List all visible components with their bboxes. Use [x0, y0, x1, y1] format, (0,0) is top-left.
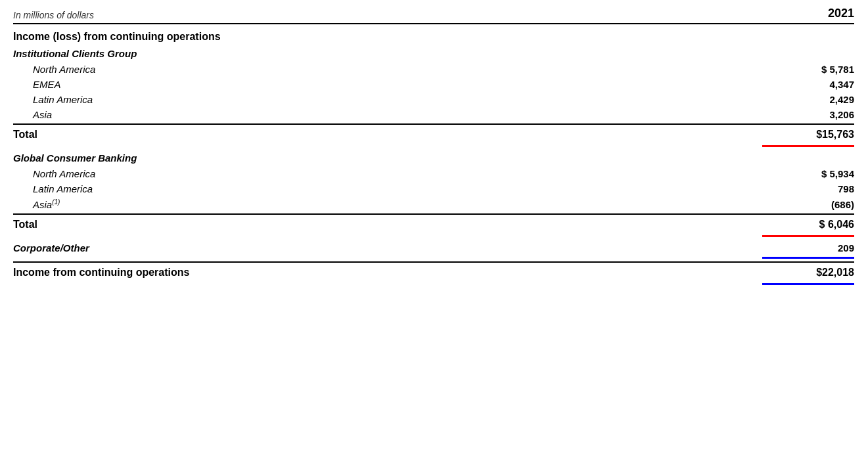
icg-north-america-label: North America: [33, 64, 95, 75]
gcb-north-america-label: North America: [33, 168, 95, 179]
gcb-total-row: Total $ 6,046: [13, 213, 854, 234]
gcb-total-value: $ 6,046: [775, 219, 854, 231]
icg-total-value: $15,763: [775, 129, 854, 141]
icg-emea-value: 4,347: [775, 79, 854, 90]
gcb-red-underline: [762, 235, 854, 237]
final-total-value: $22,018: [775, 267, 854, 278]
icg-north-america-value: $ 5,781: [775, 64, 854, 75]
header-subtitle: In millions of dollars: [13, 10, 94, 20]
gcb-asia-value: (686): [775, 199, 854, 210]
final-total-label: Income from continuing operations: [13, 267, 189, 278]
final-total-row: Income from continuing operations $22,01…: [13, 261, 854, 282]
gcb-asia-row: Asia(1) (686): [13, 196, 854, 212]
gcb-latin-america-label: Latin America: [33, 183, 93, 194]
gcb-total-label: Total: [13, 219, 37, 231]
icg-latin-america-label: Latin America: [33, 94, 93, 105]
financial-table: In millions of dollars 2021 Income (loss…: [13, 7, 854, 285]
icg-asia-value: 3,206: [775, 109, 854, 120]
gcb-north-america-value: $ 5,934: [775, 168, 854, 179]
gcb-asia-superscript: (1): [52, 198, 60, 206]
gcb-title: Global Consumer Banking: [13, 152, 854, 164]
gcb-latin-america-row: Latin America 798: [13, 181, 854, 196]
gcb-latin-america-value: 798: [775, 183, 854, 194]
corporate-label: Corporate/Other: [13, 242, 89, 254]
icg-asia-row: Asia 3,206: [13, 107, 854, 122]
icg-latin-america-value: 2,429: [775, 94, 854, 105]
icg-title: Institutional Clients Group: [13, 48, 854, 59]
icg-total-label: Total: [13, 129, 37, 141]
icg-total-row: Total $15,763: [13, 123, 854, 144]
corporate-row: Corporate/Other 209: [13, 240, 854, 256]
table-header: In millions of dollars 2021: [13, 7, 854, 24]
icg-latin-america-row: Latin America 2,429: [13, 92, 854, 107]
final-blue-underline: [762, 283, 854, 285]
header-year: 2021: [828, 7, 854, 20]
gcb-asia-label: Asia(1): [33, 198, 60, 210]
gcb-north-america-row: North America $ 5,934: [13, 166, 854, 181]
corporate-value: 209: [775, 242, 854, 254]
income-loss-heading: Income (loss) from continuing operations: [13, 31, 854, 43]
icg-north-america-row: North America $ 5,781: [13, 62, 854, 77]
icg-asia-label: Asia: [33, 109, 52, 120]
icg-red-underline: [762, 145, 854, 147]
icg-emea-label: EMEA: [33, 79, 61, 90]
icg-emea-row: EMEA 4,347: [13, 77, 854, 92]
corporate-blue-underline: [762, 257, 854, 259]
